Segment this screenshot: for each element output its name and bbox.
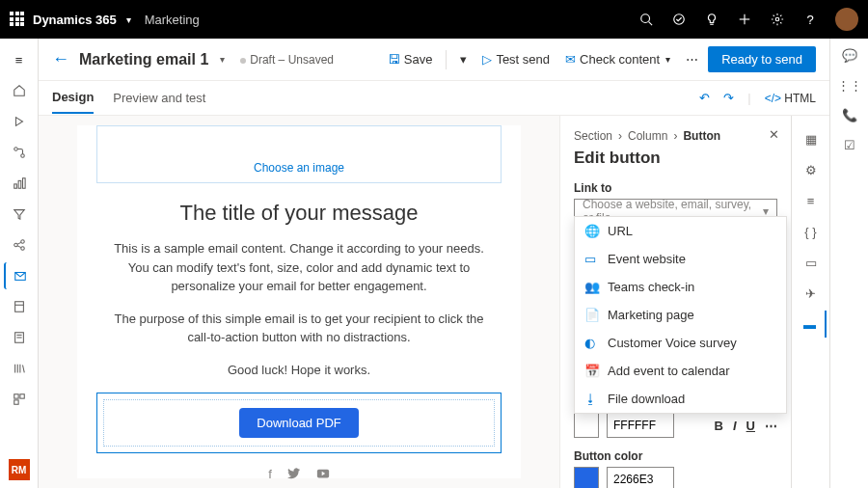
lightbulb-icon[interactable] (704, 12, 719, 27)
svg-line-26 (22, 366, 24, 373)
svg-rect-9 (14, 184, 16, 188)
form-icon[interactable] (4, 324, 35, 351)
button-color-input[interactable] (607, 467, 674, 488)
tab-bar: Design Preview and test ↶ ↷ | </> HTML (39, 81, 829, 116)
survey-icon: ◐ (584, 336, 600, 350)
option-customer-voice[interactable]: ◐Customer Voice survey (575, 329, 786, 357)
option-add-event[interactable]: 📅Add event to calendar (575, 357, 786, 385)
option-marketing-page[interactable]: 📄Marketing page (575, 301, 786, 329)
email-body-3[interactable]: Good luck! Hope it works. (77, 361, 521, 380)
choose-image-link[interactable]: Choose an image (254, 161, 344, 175)
email-body-1[interactable]: This is a sample email content. Change i… (77, 239, 521, 296)
properties-panel: ✕ Section› Column› Button Edit button Li… (559, 116, 791, 488)
settings-icon[interactable] (770, 12, 785, 27)
download-icon: ⭳ (584, 392, 600, 406)
button-tool-icon[interactable]: ▬ (796, 311, 827, 338)
assistant-rail: 💬 ⋮⋮ 📞 ☑ (829, 39, 868, 488)
save-button[interactable]: 🖫Save (382, 48, 439, 70)
text-color-input[interactable] (607, 413, 674, 438)
more-format-button[interactable]: ⋯ (765, 419, 777, 433)
image-icon[interactable]: ▭ (796, 249, 827, 276)
send-icon[interactable]: ✈ (796, 280, 827, 307)
search-icon[interactable] (638, 12, 654, 27)
facebook-icon[interactable]: f (268, 467, 272, 483)
twitter-icon[interactable] (287, 467, 301, 483)
ready-to-send-button[interactable]: Ready to send (708, 46, 816, 72)
breadcrumb: Section› Column› Button (574, 129, 777, 143)
calendar-icon: 📅 (584, 364, 600, 378)
underline-button[interactable]: U (746, 419, 755, 433)
more-icon[interactable] (4, 386, 35, 413)
globe-icon: 🌐 (584, 224, 600, 238)
help-icon[interactable]: ? (802, 12, 818, 27)
share-icon[interactable] (4, 231, 35, 258)
svg-rect-18 (14, 302, 23, 312)
option-file-download[interactable]: ⭳File download (575, 385, 786, 413)
undo-button[interactable]: ↶ (699, 91, 710, 105)
button-block-selected[interactable]: Download PDF (96, 393, 502, 453)
redo-button[interactable]: ↷ (723, 91, 734, 105)
image-placeholder[interactable]: Choose an image (96, 125, 502, 183)
phone-icon[interactable]: 📞 (842, 108, 857, 122)
option-url[interactable]: 🌐URL (575, 217, 786, 245)
html-toggle[interactable]: </> HTML (765, 92, 816, 105)
text-style-icon[interactable]: ≡ (796, 187, 827, 214)
teams-icon: 👥 (584, 280, 600, 294)
template-icon[interactable] (4, 293, 35, 320)
chat-icon[interactable]: 💬 (842, 48, 857, 63)
option-teams-checkin[interactable]: 👥Teams check-in (575, 273, 786, 301)
checklist-icon[interactable]: ☑ (844, 138, 855, 152)
analytics-icon[interactable] (4, 170, 35, 197)
settings-icon[interactable]: ⚙ (796, 156, 827, 183)
button-color-swatch[interactable] (574, 467, 599, 488)
journey-icon[interactable] (4, 139, 35, 166)
tab-design[interactable]: Design (52, 82, 94, 114)
elements-icon[interactable]: ▦ (796, 125, 827, 152)
add-icon[interactable] (737, 12, 752, 27)
global-header: Dynamics 365 ▾ Marketing ? (0, 0, 868, 39)
app-name[interactable]: Dynamics 365 (33, 13, 117, 27)
panel-heading: Edit button (574, 149, 777, 168)
email-body-2[interactable]: The purpose of this simple email is to g… (77, 310, 521, 347)
chevron-down-icon[interactable]: ▾ (126, 14, 131, 25)
personalize-icon[interactable]: { } (796, 218, 827, 245)
area-name: Marketing (145, 13, 200, 27)
task-icon[interactable] (671, 12, 687, 27)
app-launcher-icon[interactable] (10, 12, 25, 27)
close-panel-button[interactable]: ✕ (769, 127, 779, 142)
youtube-icon[interactable] (316, 467, 330, 483)
cta-button[interactable]: Download PDF (239, 408, 358, 438)
italic-button[interactable]: I (733, 419, 737, 433)
area-badge[interactable]: RM (9, 459, 30, 480)
library-icon[interactable] (4, 355, 35, 382)
tab-preview[interactable]: Preview and test (113, 83, 205, 113)
home-icon[interactable] (4, 77, 35, 104)
text-color-swatch[interactable] (574, 413, 599, 438)
email-title[interactable]: The title of your message (77, 201, 521, 226)
svg-point-6 (775, 17, 779, 21)
svg-rect-10 (18, 180, 21, 188)
email-icon[interactable] (4, 262, 35, 289)
svg-point-0 (641, 14, 650, 23)
chevron-down-icon[interactable]: ▾ (220, 54, 225, 65)
svg-point-13 (20, 240, 24, 244)
svg-rect-11 (22, 178, 25, 189)
page-icon: 📄 (584, 308, 600, 322)
record-status: Draft – Unsaved (240, 53, 334, 67)
menu-icon[interactable]: ≡ (4, 46, 35, 73)
social-row: f (77, 467, 521, 483)
save-dropdown[interactable]: ▾ (454, 48, 473, 70)
filter-icon[interactable] (4, 201, 35, 228)
connections-icon[interactable]: ⋮⋮ (837, 78, 862, 93)
test-send-button[interactable]: ▷Test send (476, 48, 556, 70)
bold-button[interactable]: B (715, 419, 723, 433)
svg-point-7 (14, 148, 17, 151)
play-icon[interactable] (4, 108, 35, 135)
option-event-website[interactable]: ▭Event website (575, 245, 786, 273)
svg-rect-29 (14, 400, 17, 404)
back-button[interactable]: ← (52, 49, 69, 69)
overflow-button[interactable]: ⋯ (680, 48, 704, 70)
user-avatar[interactable] (835, 8, 858, 31)
check-content-button[interactable]: ✉Check content▾ (559, 48, 676, 70)
left-nav-rail: ≡ RM (0, 39, 39, 488)
